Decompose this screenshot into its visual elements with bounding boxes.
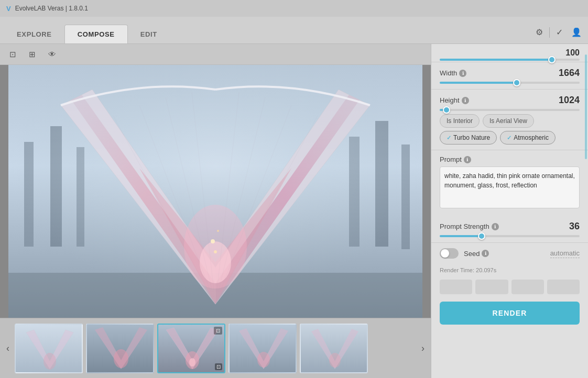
prompt-section: Prompt ℹ white, zaha hadid, thin pink or… [431, 150, 588, 216]
thumbnail-1[interactable] [15, 324, 83, 373]
top-slider-track[interactable] [440, 59, 580, 61]
prompt-info-icon[interactable]: ℹ [464, 156, 471, 163]
user-icon: 👤 [571, 28, 582, 37]
prompt-strength-value: 36 [553, 221, 580, 232]
check-button[interactable]: ✓ [554, 25, 565, 39]
tab-compose[interactable]: COMPOSE [64, 25, 128, 43]
seed-toggle-knob [441, 249, 449, 258]
tab-explore[interactable]: EXPLORE [4, 25, 64, 43]
seed-label: Seed ℹ [464, 250, 489, 258]
user-button[interactable]: 👤 [569, 25, 584, 39]
prompt-strength-info-icon[interactable]: ℹ [492, 223, 499, 230]
nav-divider [549, 27, 550, 38]
image-container [0, 65, 431, 318]
height-value: 1024 [553, 95, 580, 106]
chips-row: Is Interior Is Aerial View Turbo Nature … [440, 114, 580, 144]
top-slider-thumb[interactable] [548, 56, 556, 63]
width-label-row: Width ℹ 1664 [440, 68, 580, 79]
seed-row: Seed ℹ automatic [431, 243, 588, 264]
thumbnail-5[interactable] [300, 324, 368, 373]
svg-point-23 [43, 353, 56, 370]
width-track[interactable] [440, 82, 580, 84]
height-slider-row: Height ℹ 1024 [440, 95, 580, 111]
settings-button[interactable]: ⚙ [533, 25, 545, 39]
width-section: Width ℹ 1664 [431, 62, 588, 90]
check-icon: ✓ [556, 28, 563, 37]
prompt-strength-thumb[interactable] [478, 232, 485, 240]
top-slider-fill [440, 59, 552, 61]
scrollbar-thumb[interactable] [585, 54, 587, 159]
render-section: RENDER [431, 297, 588, 331]
right-panel: 100 Width ℹ 1664 [431, 44, 588, 378]
tab-edit[interactable]: EDIT [128, 25, 170, 43]
thumbnails-wrapper: ⊡ ⊡ [15, 324, 416, 373]
chip-is-interior[interactable]: Is Interior [440, 114, 480, 128]
gear-icon: ⚙ [536, 28, 543, 37]
thumb-2-image [87, 325, 154, 373]
prompt-strength-slider-row: Prompt Strength ℹ 36 [440, 221, 580, 237]
thumbnail-2[interactable] [86, 324, 154, 373]
action-buttons [431, 276, 588, 297]
main-area: ⊡ ⊞ 👁 [0, 44, 588, 378]
chip-turbo-nature[interactable]: Turbo Nature [440, 131, 497, 144]
chip-is-aerial-view[interactable]: Is Aerial View [483, 114, 534, 128]
save-button[interactable]: ⊡ [6, 48, 19, 61]
thumb-save-icon[interactable]: ⊡ [215, 363, 222, 370]
canvas-toolbar: ⊡ ⊞ 👁 [0, 44, 431, 65]
svg-point-30 [257, 352, 270, 368]
prompt-strength-fill [440, 235, 482, 237]
add-frame-icon: ⊞ [29, 50, 36, 59]
app-title: EvolveLAB Veras | 1.8.0.1 [15, 5, 88, 12]
architecture-svg [8, 65, 422, 318]
svg-point-28 [189, 358, 195, 366]
height-thumb[interactable] [443, 106, 450, 114]
seed-value: automatic [550, 249, 580, 258]
thumb-expand-icon[interactable]: ⊡ [214, 327, 222, 335]
top-slider-value: 100 [553, 48, 580, 58]
width-value: 1664 [553, 68, 580, 79]
prompt-strength-track[interactable] [440, 235, 580, 237]
thumbnail-3[interactable]: ⊡ ⊡ [157, 324, 225, 373]
save-icon: ⊡ [9, 50, 16, 59]
svg-point-19 [211, 239, 215, 243]
render-time: Render Time: 20.097s [431, 264, 588, 276]
strip-prev-button[interactable]: ‹ [4, 341, 12, 356]
render-button[interactable]: RENDER [440, 302, 580, 325]
seed-toggle[interactable] [440, 248, 459, 259]
width-thumb[interactable] [513, 79, 520, 86]
main-image [8, 65, 422, 318]
prompt-strength-section: Prompt Strength ℹ 36 [431, 216, 588, 243]
prompt-strength-label: Prompt Strength ℹ [440, 223, 499, 230]
nav-bar: EXPLORE COMPOSE EDIT ⚙ ✓ 👤 [0, 17, 588, 44]
thumb-4-image [230, 325, 297, 373]
prompt-label-row: Prompt ℹ [440, 155, 580, 163]
thumbnail-strip: ‹ [0, 318, 431, 378]
width-info-icon[interactable]: ℹ [459, 70, 466, 77]
app-logo-icon: V [6, 5, 11, 13]
action-btn-2[interactable] [475, 280, 508, 294]
svg-point-32 [329, 353, 341, 368]
add-frame-button[interactable]: ⊞ [26, 48, 39, 61]
action-btn-3[interactable] [511, 280, 544, 294]
height-section: Height ℹ 1024 Is Interior Is Aerial View [431, 90, 588, 150]
height-info-icon[interactable]: ℹ [462, 97, 469, 104]
thumbnail-4[interactable] [228, 324, 297, 373]
height-track[interactable] [440, 109, 580, 111]
height-label-row: Height ℹ 1024 [440, 95, 580, 106]
action-btn-4[interactable] [547, 280, 580, 294]
preview-button[interactable]: 👁 [45, 48, 59, 61]
top-slider-section: 100 [431, 44, 588, 62]
width-label: Width ℹ [440, 69, 466, 77]
width-fill [440, 82, 517, 84]
svg-point-20 [214, 250, 217, 253]
seed-info-icon[interactable]: ℹ [482, 250, 489, 257]
prompt-strength-label-row: Prompt Strength ℹ 36 [440, 221, 580, 232]
action-btn-1[interactable] [440, 280, 472, 294]
prompt-textarea[interactable]: white, zaha hadid, thin pink ornate orna… [440, 166, 580, 208]
thumb-1-image [16, 325, 83, 373]
height-label: Height ℹ [440, 96, 469, 104]
chip-atmospheric[interactable]: Atmospheric [500, 131, 556, 144]
titlebar: V EvolveLAB Veras | 1.8.0.1 [0, 0, 588, 17]
svg-point-25 [114, 349, 128, 368]
strip-next-button[interactable]: › [419, 341, 427, 356]
